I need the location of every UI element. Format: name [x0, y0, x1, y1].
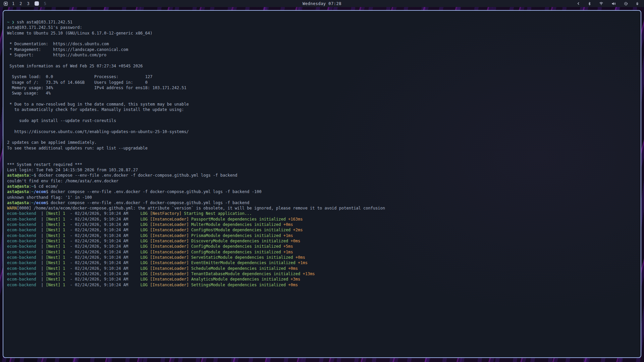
- terminal-line: ~ ❯ ssh asta@103.171.242.51: [7, 19, 637, 25]
- terminal-line: ecom-backend | [Nest] 1 - 02/24/2026, 9:…: [7, 277, 637, 282]
- terminal-line: sudo apt install --update rust-coreutils: [7, 118, 637, 123]
- terminal-line: 2 updates can be applied immediately.: [7, 140, 637, 145]
- terminal-line: ecom-backend | [Nest] 1 - 02/24/2026, 9:…: [7, 227, 637, 233]
- terminal-line: [7, 96, 637, 102]
- chevron-left-icon[interactable]: [577, 1, 580, 6]
- terminal-line: System load: 0.0 Processes: 127: [7, 74, 637, 79]
- bluetooth-icon[interactable]: [588, 1, 591, 6]
- terminal-line: ecom-backend | [Nest] 1 - 02/24/2026, 9:…: [7, 211, 637, 216]
- workspace-3[interactable]: 3: [27, 1, 29, 6]
- workspace-active[interactable]: [35, 1, 39, 6]
- terminal-line: [7, 123, 637, 129]
- terminal-line: ecom-backend | [Nest] 1 - 02/24/2026, 9:…: [7, 233, 637, 238]
- terminal-line: ecom-backend | [Nest] 1 - 02/24/2026, 9:…: [7, 266, 637, 271]
- terminal-line: [7, 36, 637, 41]
- terminal-line: * Due to a now-resolved bug in the date …: [7, 102, 637, 107]
- clock-label: Wednesday 07:28: [303, 1, 341, 6]
- terminal-line: System information as of Wed Feb 25 07:2…: [7, 63, 637, 69]
- workspaces[interactable]: 1235: [12, 1, 46, 6]
- terminal-line: asta@103.171.242.51's password:: [7, 25, 637, 30]
- terminal-line: To see these additional updates run: apt…: [7, 145, 637, 151]
- terminal-line: asta@asta:~$ cd ecom/: [7, 184, 637, 189]
- terminal-line: Memory usage: 34% IPv4 address for ens18…: [7, 85, 637, 90]
- terminal-line: [7, 69, 637, 74]
- terminal-line: [7, 134, 637, 140]
- terminal-line: asta@asta:~$ docker compose --env-file .…: [7, 173, 637, 178]
- terminal-line: ecom-backend | [Nest] 1 - 02/24/2026, 9:…: [7, 217, 637, 222]
- terminal-line: [7, 58, 637, 63]
- wifi-icon[interactable]: [599, 1, 604, 6]
- workspace-1[interactable]: 1: [12, 1, 14, 6]
- workspace-5[interactable]: 5: [44, 1, 46, 6]
- clock[interactable]: Wednesday 07:28: [303, 0, 341, 7]
- terminal-line: to automatically check for updates. Manu…: [7, 107, 637, 112]
- terminal-line: Usage of /: 73.3% of 14.66GB Users logge…: [7, 80, 637, 85]
- terminal-line: * Support: https://ubuntu.com/pro: [7, 52, 637, 58]
- terminal-line: [7, 151, 637, 156]
- top-bar: 1235 Wednesday 07:28: [0, 0, 644, 7]
- terminal-line: Welcome to Ubuntu 25.10 (GNU/Linux 6.17.…: [7, 31, 637, 36]
- workspace-2[interactable]: 2: [19, 1, 22, 6]
- terminal-line: ecom-backend | [Nest] 1 - 02/24/2026, 9:…: [7, 255, 637, 260]
- terminal-line: ecom-backend | [Nest] 1 - 02/24/2026, 9:…: [7, 249, 637, 255]
- terminal-line: asta@asta:~/ecom$ docker compose --env-f…: [7, 189, 637, 194]
- gear-icon[interactable]: [624, 1, 628, 6]
- tray: [577, 1, 644, 6]
- terminal-line: [7, 156, 637, 162]
- battery-icon[interactable]: [636, 1, 639, 6]
- volume-icon[interactable]: [611, 1, 616, 6]
- launcher-icon[interactable]: [3, 1, 8, 6]
- terminal-line: *** System restart required ***: [7, 162, 637, 167]
- terminal-line: https://discourse.ubuntu.com/t/enabling-…: [7, 129, 637, 134]
- terminal-line: ecom-backend | [Nest] 1 - 02/24/2026, 9:…: [7, 244, 637, 249]
- terminal-output[interactable]: ~ ❯ ssh asta@103.171.242.51asta@103.171.…: [3, 11, 641, 288]
- terminal-line: ecom-backend | [Nest] 1 - 02/24/2026, 9:…: [7, 260, 637, 265]
- terminal-line: [7, 113, 637, 118]
- terminal-line: unknown shorthand flag: '1' in -100: [7, 195, 637, 200]
- terminal-line: ecom-backend | [Nest] 1 - 02/24/2026, 9:…: [7, 282, 637, 288]
- terminal-line: ecom-backend | [Nest] 1 - 02/24/2026, 9:…: [7, 238, 637, 244]
- terminal-line: ecom-backend | [Nest] 1 - 02/24/2026, 9:…: [7, 222, 637, 227]
- terminal-line: ecom-backend | [Nest] 1 - 02/24/2026, 9:…: [7, 271, 637, 277]
- terminal-line: * Documentation: https://docs.ubuntu.com: [7, 41, 637, 47]
- terminal-line: asta@asta:~/ecom$ docker compose --env-f…: [7, 200, 637, 205]
- terminal-line: Swap usage: 4%: [7, 90, 637, 96]
- terminal-window[interactable]: ~ ❯ ssh asta@103.171.242.51asta@103.171.…: [3, 10, 641, 358]
- terminal-line: Last login: Tue Feb 24 14:15:50 2026 fro…: [7, 167, 637, 173]
- terminal-line: * Management: https://landscape.canonica…: [7, 47, 637, 52]
- terminal-line: WARN[0000] /home/asta/ecom/docker-compos…: [7, 205, 637, 211]
- terminal-line: couldn't find env file: /home/asta/.env.…: [7, 178, 637, 184]
